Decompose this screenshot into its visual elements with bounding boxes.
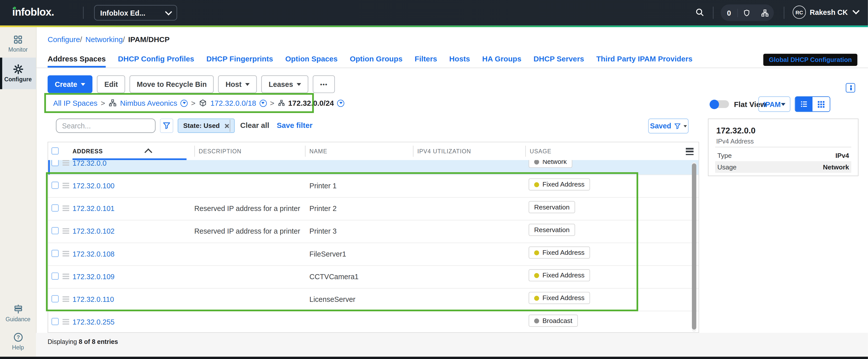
sidebar-item-guidance[interactable]: Guidance — [0, 304, 36, 322]
create-button[interactable]: Create — [48, 75, 93, 93]
shield-icon[interactable] — [738, 8, 756, 17]
column-settings-icon[interactable] — [686, 148, 694, 155]
drag-handle-icon[interactable] — [63, 296, 69, 302]
column-header-name[interactable]: NAME — [309, 148, 327, 154]
leases-button[interactable]: Leases — [261, 75, 308, 93]
row-checkbox[interactable] — [52, 318, 59, 325]
table-row[interactable]: 172.32.0.102 Reserved IP address for a p… — [48, 220, 699, 243]
tab-dhcp-servers[interactable]: DHCP Servers — [534, 51, 584, 67]
sorted-column-underline — [72, 158, 186, 160]
address-link[interactable]: 172.32.0.101 — [72, 204, 115, 213]
row-checkbox[interactable] — [52, 250, 59, 257]
avatar[interactable]: RC — [793, 5, 806, 19]
drag-handle-icon[interactable] — [63, 251, 69, 256]
tab-option-spaces[interactable]: Option Spaces — [285, 51, 338, 67]
address-link[interactable]: 172.32.0.108 — [72, 250, 115, 258]
chevron-down-icon — [683, 125, 687, 127]
sidebar-item-monitor[interactable]: Monitor — [0, 35, 36, 52]
close-icon[interactable] — [224, 123, 229, 128]
app-selector-label: Infoblox Ed... — [100, 8, 146, 17]
usage-badge: Network — [529, 160, 572, 168]
address-link[interactable]: 172.32.0.102 — [72, 227, 115, 235]
address-link[interactable]: 172.32.0.0 — [72, 160, 106, 168]
table-row[interactable]: 172.32.0.101 Reserved IP address for a p… — [48, 197, 699, 220]
column-header-usage[interactable]: USAGE — [530, 148, 551, 154]
infoblox-logo: infoblox. — [12, 6, 54, 18]
tab-ha-groups[interactable]: HA Groups — [482, 51, 522, 67]
breadcrumb-networking[interactable]: Networking — [85, 35, 125, 44]
tab-third-party-ipam[interactable]: Third Party IPAM Providers — [596, 51, 692, 67]
row-checkbox[interactable] — [52, 204, 59, 212]
global-dhcp-configuration-button[interactable]: Global DHCP Configuration — [763, 54, 858, 66]
network-18-link[interactable]: 172.32.0.0/18 — [210, 99, 256, 107]
address-link[interactable]: 172.32.0.255 — [72, 318, 115, 326]
save-filter-link[interactable]: Save filter — [277, 121, 312, 130]
filter-chip-state-used[interactable]: State: Used — [178, 119, 235, 133]
row-checkbox[interactable] — [52, 227, 59, 234]
sidebar-item-help[interactable]: ? Help — [0, 332, 36, 351]
search-input[interactable] — [56, 119, 155, 133]
drag-handle-icon[interactable] — [63, 183, 69, 188]
row-checkbox[interactable] — [52, 295, 59, 303]
address-link[interactable]: 172.32.0.110 — [72, 295, 114, 304]
tab-option-groups[interactable]: Option Groups — [350, 51, 403, 67]
status-pill: 0 — [720, 4, 774, 21]
cell-name: Printer 2 — [309, 204, 337, 213]
tab-dhcp-fingerprints[interactable]: DHCP Fingerprints — [206, 51, 273, 67]
breadcrumb-configure[interactable]: Configure — [48, 35, 82, 44]
all-ip-spaces-link[interactable]: All IP Spaces — [53, 99, 97, 107]
table-row[interactable]: 172.32.0.100 Printer 1 Fixed Address — [48, 175, 699, 198]
table-row[interactable]: 172.32.0.109 CCTVCamera1 Fixed Address — [48, 265, 699, 289]
column-header-ipv4-utilization[interactable]: IPV4 UTILIZATION — [417, 148, 471, 154]
sidebar-item-configure[interactable]: Configure — [0, 57, 36, 89]
clear-all-button[interactable]: Clear all — [240, 121, 270, 130]
edit-button[interactable]: Edit — [97, 75, 125, 93]
drag-handle-icon[interactable] — [63, 205, 69, 211]
move-to-recycle-bin-button[interactable]: Move to Recycle Bin — [130, 75, 214, 93]
funnel-icon — [674, 123, 681, 129]
ip-space-link[interactable]: Nimbus Aveonics — [120, 99, 177, 107]
tab-hosts[interactable]: Hosts — [450, 51, 470, 67]
app-window: infoblox. Infoblox Ed... 0 RC Rakesh CK — [0, 0, 868, 359]
network-topology-icon[interactable] — [756, 8, 774, 17]
search-icon[interactable] — [695, 8, 705, 17]
app-selector-dropdown[interactable]: Infoblox Ed... — [94, 5, 177, 21]
sort-ascending-icon[interactable] — [145, 148, 152, 156]
column-header-address[interactable]: ADDRESS — [72, 148, 103, 154]
row-checkbox[interactable] — [52, 160, 59, 166]
tab-address-spaces[interactable]: Address Spaces — [48, 51, 106, 67]
notification-count[interactable]: 0 — [720, 8, 738, 17]
info-icon[interactable] — [846, 83, 855, 92]
saved-filters-button[interactable]: Saved — [648, 119, 689, 133]
circled-chevron-icon[interactable] — [181, 99, 188, 107]
address-link[interactable]: 172.32.0.100 — [72, 182, 115, 190]
toggle-knob[interactable] — [710, 99, 719, 109]
drag-handle-icon[interactable] — [63, 319, 69, 324]
view-selector-dropdown[interactable]: IPAM — [758, 96, 790, 112]
circled-chevron-icon[interactable] — [337, 99, 344, 107]
table-row[interactable]: 172.32.0.108 FileServer1 Fixed Address — [48, 243, 699, 266]
drag-handle-icon[interactable] — [63, 274, 69, 279]
row-checkbox[interactable] — [52, 182, 59, 189]
chevron-down-icon[interactable] — [852, 7, 860, 14]
flat-view-toggle[interactable] — [710, 100, 729, 108]
select-all-checkbox[interactable] — [52, 147, 59, 155]
table-row[interactable]: 172.32.0.255 Broadcast — [48, 311, 699, 333]
list-view-button[interactable] — [795, 97, 812, 111]
column-header-description[interactable]: DESCRIPTION — [199, 148, 242, 154]
table-row[interactable]: 172.32.0.0 Network — [48, 160, 699, 175]
row-checkbox[interactable] — [52, 272, 59, 280]
circled-chevron-icon[interactable] — [259, 99, 267, 107]
grid-view-button[interactable] — [813, 97, 830, 111]
filter-funnel-button[interactable] — [160, 119, 173, 133]
user-name[interactable]: Rakesh CK — [810, 8, 848, 17]
tab-filters[interactable]: Filters — [415, 51, 437, 67]
drag-handle-icon[interactable] — [63, 160, 69, 166]
more-actions-button[interactable]: ••• — [313, 75, 335, 93]
address-link[interactable]: 172.32.0.109 — [72, 272, 115, 281]
drag-handle-icon[interactable] — [63, 228, 69, 233]
host-button[interactable]: Host — [218, 75, 257, 93]
table-row[interactable]: 172.32.0.110 LicenseServer Fixed Address — [48, 288, 699, 311]
tab-dhcp-config-profiles[interactable]: DHCP Config Profiles — [118, 51, 194, 67]
scrollbar-thumb[interactable] — [692, 163, 696, 330]
